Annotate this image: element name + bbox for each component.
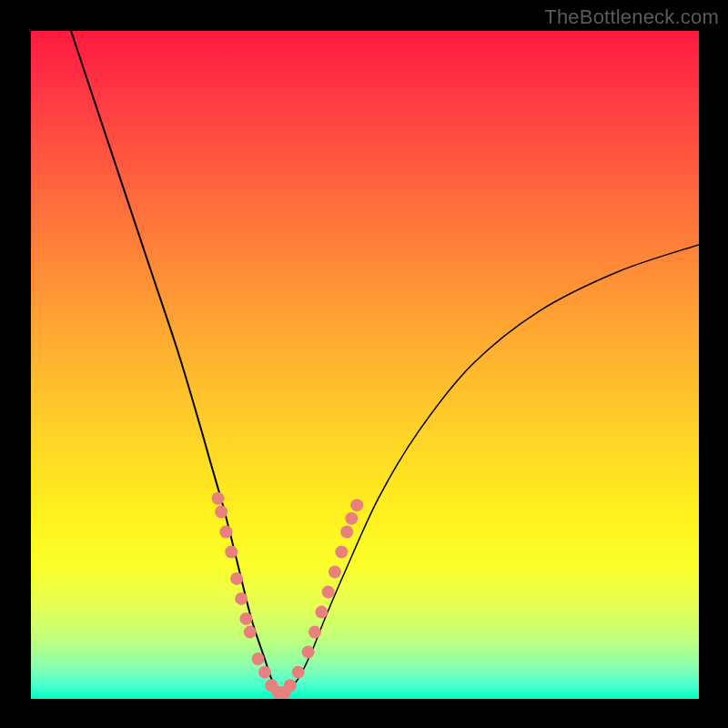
data-marker <box>322 586 335 599</box>
data-marker <box>225 546 238 559</box>
data-marker <box>244 626 257 639</box>
curve-left-branch <box>71 31 285 693</box>
data-marker <box>219 526 232 539</box>
data-marker <box>239 612 252 625</box>
data-marker <box>302 646 315 659</box>
data-marker <box>284 679 297 692</box>
data-marker <box>235 592 248 605</box>
data-marker <box>252 652 265 665</box>
data-marker <box>340 526 353 539</box>
data-marker <box>335 546 348 559</box>
data-marker <box>292 666 305 679</box>
data-marker <box>350 499 363 511</box>
data-marker <box>230 572 243 585</box>
data-marker <box>258 666 271 679</box>
data-marker <box>329 566 341 579</box>
data-marker <box>315 606 328 619</box>
plot-area <box>31 31 699 699</box>
data-marker <box>212 492 225 505</box>
data-marker <box>308 626 321 639</box>
data-marker <box>345 512 358 525</box>
watermark-text: TheBottleneck.com <box>544 5 719 29</box>
curve-right-branch <box>278 245 699 693</box>
plot-svg <box>31 31 699 699</box>
data-marker <box>215 505 228 518</box>
marker-group <box>212 492 364 699</box>
